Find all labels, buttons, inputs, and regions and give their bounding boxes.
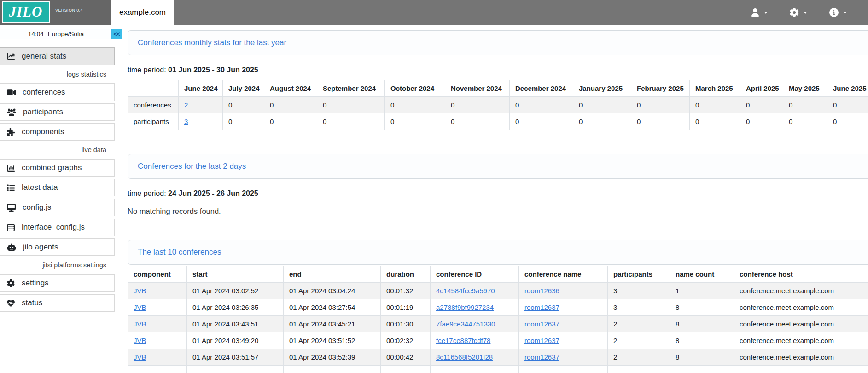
conference-name-link[interactable]: room12637 [524, 320, 559, 328]
sidebar-clock-row: 14:04 Europe/Sofia << [0, 29, 122, 39]
conference-id-link[interactable]: 7fae9ce344751330 [436, 320, 495, 328]
card-last-2-days-heading: Conferences for the last 2 days [128, 154, 868, 179]
cell: 00:02:32 [381, 332, 431, 349]
cell: 0 [264, 97, 317, 113]
settings-menu-dropdown[interactable] [790, 8, 807, 17]
sidebar-item-label: config.js [23, 203, 51, 212]
heart-pulse-icon [7, 299, 15, 307]
clock-display[interactable]: 14:04 Europe/Sofia [0, 29, 112, 39]
sidebar-item-components[interactable]: components [0, 123, 115, 141]
cell: 0 [740, 97, 783, 113]
cell: 0 [827, 97, 868, 113]
table-row-partial [128, 366, 868, 373]
column-header: start [187, 266, 284, 283]
row-label: participants [128, 113, 179, 130]
desktop-icon [7, 204, 16, 212]
conference-name-link[interactable]: room12637 [524, 303, 559, 311]
cell: 0 [510, 97, 573, 113]
monthly-participants-link[interactable]: 3 [184, 118, 188, 125]
cell: 0 [317, 97, 385, 113]
component-link[interactable]: JVB [134, 353, 146, 361]
column-header: November 2024 [445, 80, 510, 97]
last-2-days-time-period: time period: 24 Jun 2025 - 26 Jun 2025 [128, 188, 868, 199]
column-header: April 2025 [740, 80, 783, 97]
conference-id-link[interactable]: 4c14584fce9a5970 [436, 287, 495, 295]
component-link[interactable]: JVB [134, 337, 146, 344]
cell: 8 [670, 332, 734, 349]
user-menu-dropdown[interactable] [751, 8, 768, 17]
monthly-time-period: time period: 01 Jun 2025 - 30 Jun 2025 [128, 65, 868, 76]
caret-down-icon [764, 12, 768, 14]
caret-down-icon [843, 12, 847, 14]
sidebar-item-interface-config-js[interactable]: interface_config.js [0, 219, 115, 236]
column-header [128, 80, 179, 97]
sidebar-item-label: settings [22, 278, 49, 288]
gear-icon [7, 279, 15, 287]
sidebar-item-label: conferences [23, 88, 65, 97]
cell: 0 [740, 113, 783, 130]
component-link[interactable]: JVB [134, 287, 146, 295]
cell: 0 [573, 97, 631, 113]
column-header: September 2024 [317, 80, 385, 97]
cell [608, 366, 670, 373]
section-last-10-conferences: The last 10 conferences component start … [128, 240, 868, 373]
cell: 0 [631, 97, 690, 113]
sidebar-collapse-button[interactable]: << [112, 29, 122, 39]
sidebar-item-general-stats[interactable]: general stats [0, 47, 115, 65]
cell: conference.meet.example.com [734, 349, 868, 366]
sidebar-item-conferences[interactable]: conferences [0, 83, 115, 101]
platform-tab[interactable]: example.com [111, 0, 174, 25]
monthly-stats-heading-link[interactable]: Conferences monthly stats for the last y… [138, 38, 286, 47]
column-header: May 2025 [783, 80, 827, 97]
last-2-days-heading-link[interactable]: Conferences for the last 2 days [138, 162, 246, 171]
robot-icon [7, 243, 16, 251]
column-header: end [284, 266, 381, 283]
puzzle-piece-icon [7, 128, 15, 136]
conference-id-link[interactable]: a2788f9bf9927234 [436, 303, 494, 311]
component-link[interactable]: JVB [134, 303, 146, 311]
app-logo[interactable]: JILO [2, 1, 50, 23]
clock-timezone: Europe/Sofia [48, 30, 84, 37]
platform-tab-label: example.com [119, 8, 166, 17]
conference-name-link[interactable]: room12637 [524, 337, 559, 344]
conference-name-link[interactable]: room12637 [524, 353, 559, 361]
sidebar-item-settings[interactable]: settings [0, 274, 115, 292]
component-link[interactable]: JVB [134, 320, 146, 328]
last-10-conferences-table: component start end duration conference … [128, 266, 868, 373]
conference-id-link[interactable]: fce17ce887fcdf78 [436, 337, 490, 344]
cell: 01 Apr 2024 03:45:21 [284, 316, 381, 332]
sidebar-item-participants[interactable]: participants [0, 103, 115, 121]
column-header: conference ID [431, 266, 519, 283]
info-menu-dropdown[interactable] [829, 8, 847, 17]
monthly-conferences-link[interactable]: 2 [184, 101, 188, 109]
cell: 00:01:19 [381, 299, 431, 316]
column-header: conference host [734, 266, 868, 283]
time-period-value: 24 Jun 2025 - 26 Jun 2025 [168, 189, 258, 197]
cell: 0 [223, 97, 264, 113]
sidebar-section-jitsi-platforms-settings: jitsi platforms settings [0, 260, 115, 271]
cell: 01 Apr 2024 03:04:24 [284, 283, 381, 299]
sidebar-item-label: general stats [22, 52, 66, 61]
table-header-row: component start end duration conference … [128, 266, 868, 283]
cell: 0 [445, 97, 510, 113]
sidebar-item-status[interactable]: status [0, 294, 115, 312]
cell: 3 [608, 283, 670, 299]
conference-name-link[interactable]: room12636 [524, 287, 559, 295]
cell [381, 366, 431, 373]
sidebar-item-jilo-agents[interactable]: jilo agents [0, 238, 115, 256]
sidebar-item-combined-graphs[interactable]: combined graphs [0, 159, 115, 177]
cell [734, 366, 868, 373]
time-period-label: time period: [128, 66, 166, 74]
section-last-2-days: Conferences for the last 2 days time per… [128, 154, 868, 217]
cell: 0 [445, 113, 510, 130]
sidebar-item-config-js[interactable]: config.js [0, 199, 115, 216]
last-10-heading-link[interactable]: The last 10 conferences [138, 248, 221, 257]
column-header: December 2024 [510, 80, 573, 97]
users-icon [7, 108, 16, 116]
conference-id-link[interactable]: 8c116568f5201f28 [436, 353, 493, 361]
chart-line-icon [7, 53, 15, 60]
cell: 2 [608, 332, 670, 349]
sidebar-item-latest-data[interactable]: latest data [0, 179, 115, 196]
cell: 00:01:30 [381, 316, 431, 332]
gear-icon [790, 8, 799, 17]
